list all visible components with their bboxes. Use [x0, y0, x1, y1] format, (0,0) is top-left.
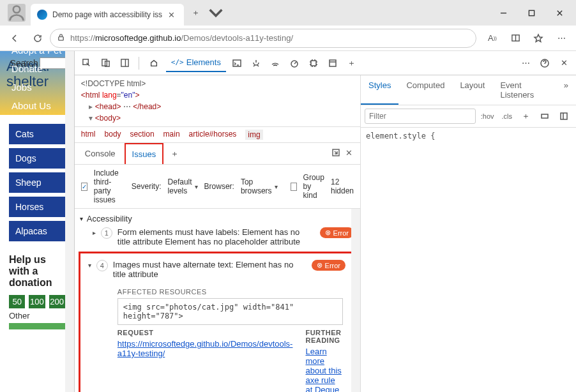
url-text: https://microsoftedge.github.io/Demos/de… — [70, 33, 469, 43]
nav-about[interactable]: About Us — [5, 98, 57, 114]
svg-rect-10 — [311, 61, 316, 66]
address-bar: https://microsoftedge.github.io/Demos/de… — [0, 26, 576, 51]
animal-link[interactable]: Cats — [9, 124, 65, 144]
issue-row[interactable]: ▸ 1 Form elements must have labels: Elem… — [77, 225, 358, 252]
close-tab-icon[interactable]: ✕ — [165, 10, 178, 20]
hov-toggle[interactable]: :hov — [478, 111, 497, 121]
include-checkbox[interactable]: ✓ — [81, 183, 87, 191]
drawer-tab-issues[interactable]: Issues — [125, 143, 164, 164]
drawer-tab-console[interactable]: Console — [79, 144, 122, 163]
nav-jobs[interactable]: Jobs — [5, 79, 38, 95]
affected-resource[interactable]: <img src="photos/cat.jpg" width="841" he… — [117, 298, 343, 325]
more-tabs-button[interactable]: ＋ — [344, 55, 360, 72]
refresh-button[interactable] — [27, 27, 49, 49]
drawer-more-button[interactable]: ＋ — [166, 146, 183, 162]
issue-row-expanded: ▾ 4 Images must have alternate text: Ele… — [79, 252, 356, 392]
tab-sources-icon[interactable] — [248, 55, 264, 72]
styles-filter-input[interactable] — [365, 109, 476, 124]
donation-amount[interactable]: 100 — [29, 295, 45, 308]
tab-network-icon[interactable] — [267, 55, 284, 72]
close-window-button[interactable] — [545, 3, 573, 23]
profile-avatar[interactable] — [8, 4, 26, 22]
include-label: Include third-party issues — [94, 169, 125, 204]
window-titlebar: Demo page with accessibility iss ✕ ＋ — [0, 0, 576, 26]
page-scrollbar[interactable] — [65, 51, 74, 392]
minimize-button[interactable] — [489, 3, 517, 23]
new-style-button[interactable]: ＋ — [517, 108, 534, 124]
page-content: Animalshelter Search Home Adopt a Pet Do… — [0, 51, 74, 392]
svg-rect-5 — [102, 59, 107, 66]
donation-amount[interactable]: 50 — [9, 295, 25, 308]
category-accessibility[interactable]: ▾Accessibility — [77, 213, 358, 225]
svg-rect-7 — [121, 59, 128, 66]
request-label: REQUEST — [117, 329, 293, 336]
close-drawer-icon[interactable]: ✕ — [345, 148, 352, 159]
computed-tab[interactable]: Computed — [398, 75, 452, 105]
style-rule[interactable]: element.style { — [361, 128, 576, 144]
maximize-button[interactable] — [517, 3, 545, 23]
animal-link[interactable]: Horses — [9, 197, 65, 217]
computed-icon[interactable] — [556, 108, 572, 124]
tab-memory-icon[interactable] — [305, 55, 322, 72]
nav-donate[interactable]: Donate — [5, 61, 49, 77]
hidden-count[interactable]: 12 hidden — [331, 177, 354, 195]
dom-tree[interactable]: <!DOCTYPE html> <html lang="en"> ▸<head>… — [75, 75, 360, 126]
severity-label: Severity: — [132, 182, 162, 191]
url-field[interactable]: https://microsoftedge.github.io/Demos/de… — [50, 29, 476, 48]
tab-performance-icon[interactable] — [286, 55, 303, 72]
flex-icon[interactable] — [536, 108, 553, 124]
svg-rect-15 — [561, 113, 567, 119]
inspect-icon[interactable] — [79, 55, 95, 72]
donation-amount[interactable]: 200 — [49, 295, 65, 308]
svg-point-0 — [13, 6, 20, 13]
error-badge: Error — [312, 260, 345, 271]
menu-button[interactable]: ⋯ — [550, 27, 572, 49]
browser-label: Browser: — [204, 182, 234, 191]
animal-link[interactable]: Dogs — [9, 148, 65, 169]
nav-adopt[interactable]: Adopt a Pet — [5, 51, 68, 58]
tab-welcome[interactable] — [144, 55, 163, 72]
close-devtools-button[interactable]: ✕ — [556, 55, 572, 72]
layout-tab[interactable]: Layout — [452, 75, 492, 105]
site-nav: Home Adopt a Pet Donate Jobs About Us — [0, 51, 74, 115]
devtools-menu[interactable]: ⋯ — [517, 55, 534, 72]
new-tab-button[interactable]: ＋ — [186, 4, 204, 22]
tab-console-icon[interactable] — [229, 55, 245, 72]
device-icon[interactable] — [98, 55, 114, 72]
lock-icon — [57, 33, 65, 43]
svg-point-9 — [291, 61, 298, 67]
breadcrumb[interactable]: htmlbodysectionmainarticle#horsesimg — [75, 126, 360, 143]
browser-dropdown[interactable]: Top browsers — [241, 177, 278, 195]
error-badge: Error — [320, 227, 354, 238]
severity-dropdown[interactable]: Default levels — [168, 177, 198, 195]
styles-tab[interactable]: Styles — [361, 75, 398, 105]
styles-panel: Styles Computed Layout Event Listeners »… — [360, 75, 576, 392]
favorite-icon[interactable] — [527, 27, 549, 49]
edge-icon — [37, 10, 47, 20]
further-link[interactable]: Learn more about this axe rule at Deque … — [305, 347, 342, 392]
expand-icon[interactable] — [331, 148, 340, 159]
svg-rect-1 — [529, 10, 534, 15]
issues-list: ▾Accessibility ▸ 1 Form elements must ha… — [75, 209, 360, 392]
back-button[interactable] — [4, 27, 26, 49]
more-subtabs[interactable]: » — [556, 75, 576, 105]
dock-icon[interactable] — [117, 55, 133, 72]
events-tab[interactable]: Event Listeners — [492, 75, 556, 105]
browser-tab[interactable]: Demo page with accessibility iss ✕ — [31, 4, 184, 26]
read-aloud-icon[interactable]: A)) — [481, 27, 503, 49]
tab-title: Demo page with accessibility iss — [52, 10, 165, 19]
svg-rect-2 — [59, 36, 63, 40]
svg-rect-14 — [542, 114, 548, 118]
group-checkbox[interactable]: ✓ — [291, 183, 297, 191]
svg-rect-11 — [330, 60, 336, 66]
request-link[interactable]: https://microsoftedge.github.io/Demos/de… — [117, 339, 293, 358]
issues-scrollbar[interactable] — [351, 209, 360, 392]
cls-toggle[interactable]: .cls — [499, 111, 515, 121]
tab-application-icon[interactable] — [324, 55, 341, 72]
tab-elements[interactable]: </> Elements — [166, 54, 226, 72]
reader-icon[interactable] — [504, 27, 526, 49]
animal-link[interactable]: Sheep — [9, 172, 65, 193]
help-icon[interactable] — [536, 55, 553, 72]
animal-link[interactable]: Alpacas — [9, 221, 65, 241]
tab-actions-button[interactable] — [207, 4, 225, 22]
